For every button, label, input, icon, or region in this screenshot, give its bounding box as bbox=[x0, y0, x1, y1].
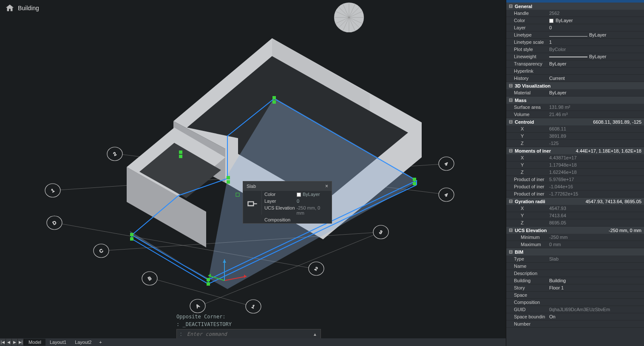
tab-nav-prev[interactable]: ◀ bbox=[6, 339, 12, 346]
tab-model[interactable]: Model bbox=[24, 339, 45, 346]
prop-value[interactable]: ByLayer bbox=[547, 53, 644, 60]
collapse-icon[interactable]: ⊟ bbox=[509, 199, 513, 204]
prop-row[interactable]: Number bbox=[506, 320, 644, 328]
prop-row[interactable]: ColorByLayer bbox=[506, 17, 644, 24]
section-header[interactable]: ⊟BIM bbox=[506, 248, 644, 255]
section-header[interactable]: ⊟UCS Elevation-250 mm, 0 mm bbox=[506, 227, 644, 234]
prop-value[interactable]: 4547.93 bbox=[547, 205, 644, 212]
prop-value[interactable]: 7413.64 bbox=[547, 212, 644, 219]
prop-row[interactable]: StoryFloor 1 bbox=[506, 284, 644, 292]
prop-value[interactable]: -1.044e+16 bbox=[547, 183, 644, 190]
section-header[interactable]: ⊟Centroid6608.11, 3891.89, -125 bbox=[506, 118, 644, 125]
prop-value[interactable]: 0 mm bbox=[547, 241, 644, 248]
prop-value[interactable]: ByLayer bbox=[547, 89, 644, 96]
prop-row[interactable]: Description bbox=[506, 270, 644, 277]
prop-value[interactable]: -125 bbox=[547, 140, 644, 147]
prop-row[interactable]: MaterialByLayer bbox=[506, 89, 644, 96]
prop-value[interactable]: 8695.05 bbox=[547, 219, 644, 226]
collapse-icon[interactable]: ⊟ bbox=[509, 227, 513, 233]
prop-value[interactable] bbox=[547, 320, 644, 327]
prop-row[interactable]: X4547.93 bbox=[506, 205, 644, 212]
collapse-icon[interactable]: ⊟ bbox=[509, 3, 513, 9]
prop-row[interactable]: Plot styleByColor bbox=[506, 46, 644, 53]
view-cube[interactable] bbox=[332, 1, 366, 34]
prop-row[interactable]: Hyperlink bbox=[506, 68, 644, 75]
prop-row[interactable]: Space boundinOn bbox=[506, 313, 644, 320]
prop-row[interactable]: X4.43871e+17 bbox=[506, 154, 644, 162]
prop-row[interactable]: Composition bbox=[506, 299, 644, 306]
prop-value[interactable]: 1.62246e+18 bbox=[547, 169, 644, 176]
collapse-icon[interactable]: ⊟ bbox=[509, 97, 513, 103]
prop-row[interactable]: Y3891.89 bbox=[506, 133, 644, 140]
command-input-wrap[interactable]: : ▲ bbox=[176, 329, 321, 339]
prop-value[interactable]: -1.77262e+15 bbox=[547, 190, 644, 197]
prop-row[interactable]: LinetypeByLayer bbox=[506, 31, 644, 39]
prop-row[interactable]: Linetype scale1 bbox=[506, 39, 644, 46]
prop-value[interactable]: 1 bbox=[547, 39, 644, 45]
tab-nav-last[interactable]: ▶| bbox=[18, 339, 24, 346]
prop-row[interactable]: Space bbox=[506, 292, 644, 299]
close-icon[interactable]: × bbox=[325, 183, 328, 189]
prop-value[interactable]: On bbox=[547, 313, 644, 320]
prop-value[interactable]: Slab bbox=[547, 255, 644, 262]
prop-row[interactable]: Product of iner-1.77262e+15 bbox=[506, 190, 644, 198]
prop-value[interactable]: 0qhaJLl69DcAm3EUzSbvEm bbox=[547, 306, 644, 313]
prop-value[interactable]: 2562 bbox=[547, 10, 644, 17]
prop-value[interactable] bbox=[547, 292, 644, 298]
prop-value[interactable]: 5.9769e+17 bbox=[547, 176, 644, 183]
prop-row[interactable]: Surface area131.98 m² bbox=[506, 104, 644, 111]
prop-value[interactable]: Current bbox=[547, 75, 644, 82]
prop-row[interactable]: Z8695.05 bbox=[506, 219, 644, 227]
prop-row[interactable]: Volume21.46 m³ bbox=[506, 111, 644, 118]
prop-value[interactable]: ByLayer bbox=[547, 17, 644, 24]
section-header[interactable]: ⊟Gyration radii4547.93, 7413.64, 8695.05 bbox=[506, 198, 644, 205]
collapse-icon[interactable]: ⊟ bbox=[509, 148, 513, 153]
prop-value[interactable] bbox=[547, 270, 644, 277]
prop-value[interactable]: 3891.89 bbox=[547, 133, 644, 139]
prop-row[interactable]: TypeSlab bbox=[506, 255, 644, 263]
prop-row[interactable]: Z1.62246e+18 bbox=[506, 169, 644, 176]
prop-value[interactable]: Floor 1 bbox=[547, 284, 644, 291]
prop-row[interactable]: Y7413.64 bbox=[506, 212, 644, 219]
collapse-icon[interactable]: ⊟ bbox=[509, 119, 513, 125]
prop-value[interactable]: 4.43871e+17 bbox=[547, 154, 644, 161]
prop-value[interactable]: ByLayer bbox=[547, 31, 644, 38]
prop-value[interactable]: 1.17948e+18 bbox=[547, 162, 644, 168]
prop-row[interactable]: Y1.17948e+18 bbox=[506, 162, 644, 169]
viewport-3d[interactable]: Building 1 2 D C B A 1 2 3 4 4 bbox=[0, 0, 506, 346]
tab-layout1[interactable]: Layout1 bbox=[45, 339, 71, 346]
prop-row[interactable]: HistoryCurrent bbox=[506, 75, 644, 82]
prop-row[interactable]: Name bbox=[506, 263, 644, 270]
prop-row[interactable]: X6608.11 bbox=[506, 125, 644, 133]
prop-value[interactable] bbox=[547, 299, 644, 306]
section-header[interactable]: ⊟Moments of iner4.44E+17, 1.18E+18, 1.62… bbox=[506, 147, 644, 154]
prop-row[interactable]: GUID0qhaJLl69DcAm3EUzSbvEm bbox=[506, 306, 644, 313]
tab-nav-first[interactable]: |◀ bbox=[0, 339, 6, 346]
prop-value[interactable]: 0 bbox=[547, 24, 644, 31]
prop-value[interactable]: ByLayer bbox=[547, 60, 644, 67]
section-header[interactable]: ⊟3D Visualization bbox=[506, 82, 644, 89]
section-header[interactable]: ⊟Mass bbox=[506, 96, 644, 104]
collapse-icon[interactable]: ⊟ bbox=[509, 83, 513, 88]
prop-value[interactable]: 131.98 m² bbox=[547, 104, 644, 111]
collapse-icon[interactable]: ⊟ bbox=[509, 249, 513, 255]
prop-row[interactable]: Product of iner5.9769e+17 bbox=[506, 176, 644, 183]
prop-value[interactable] bbox=[547, 263, 644, 269]
prop-row[interactable]: LineweightByLayer bbox=[506, 53, 644, 60]
prop-row[interactable]: Z-125 bbox=[506, 140, 644, 147]
section-header[interactable]: ⊟General bbox=[506, 3, 644, 10]
prop-row[interactable]: Product of iner-1.044e+16 bbox=[506, 183, 644, 190]
prop-row[interactable]: Minimum-250 mm bbox=[506, 234, 644, 241]
tab-add-button[interactable]: + bbox=[96, 339, 105, 346]
prop-row[interactable]: BuildingBuilding bbox=[506, 277, 644, 284]
command-input[interactable] bbox=[187, 331, 310, 337]
prop-value[interactable]: 21.46 m³ bbox=[547, 111, 644, 118]
chevron-up-icon[interactable]: ▲ bbox=[313, 332, 317, 337]
prop-value[interactable]: 6608.11 bbox=[547, 125, 644, 132]
prop-value[interactable] bbox=[547, 68, 644, 74]
prop-value[interactable]: ByColor bbox=[547, 46, 644, 53]
prop-value[interactable]: Building bbox=[547, 277, 644, 284]
prop-row[interactable]: Layer0 bbox=[506, 24, 644, 31]
prop-value[interactable]: -250 mm bbox=[547, 234, 644, 241]
prop-row[interactable]: Handle2562 bbox=[506, 10, 644, 17]
